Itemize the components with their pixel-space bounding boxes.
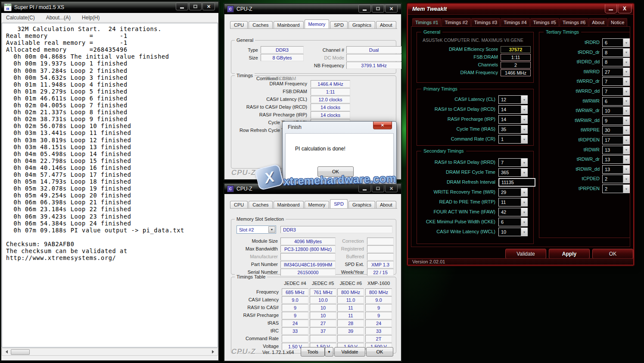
timing-select[interactable]: 13▼ [602,155,630,164]
timing-select[interactable]: 9▼ [602,116,630,125]
tools-dropdown-arrow-icon[interactable]: ▼ [325,347,333,357]
scroll-right-icon[interactable] [210,348,218,355]
timing-select[interactable]: 8▼ [602,58,630,66]
scroll-left-icon[interactable] [2,348,9,355]
tab[interactable]: SPD [330,199,348,208]
dropdown-arrow-icon[interactable]: ▼ [623,166,629,173]
timing-select[interactable]: 7▼ [498,158,528,167]
tab[interactable]: Caches [249,21,272,28]
dropdown-arrow-icon[interactable]: ▼ [521,116,527,123]
close-button[interactable]: ✕ [385,5,398,13]
minimize-button[interactable] [176,3,188,10]
dropdown-arrow-icon[interactable]: ▼ [623,58,629,66]
timing-select[interactable]: 7▼ [602,87,630,96]
tab[interactable]: Graphics [348,21,375,28]
dropdown-arrow-icon[interactable]: ▼ [521,96,527,103]
dropdown-arrow-icon[interactable]: ▼ [623,156,629,163]
timing-select[interactable]: 10▼ [602,106,630,115]
dropdown-arrow-icon[interactable]: ▼ [623,146,629,154]
dropdown-arrow-icon[interactable]: ▼ [268,226,275,233]
slot-select[interactable]: Slot #2 ▼ [236,225,276,234]
dropdown-arrow-icon[interactable]: ▼ [623,185,629,193]
timing-select[interactable]: 2▼ [602,175,630,183]
tab[interactable]: About [376,201,396,208]
memtweakit-titlebar[interactable]: Mem TweakIt X [408,4,633,15]
tab[interactable]: Mainboard [274,21,304,28]
tab[interactable]: Caches [249,201,272,208]
dropdown-arrow-icon[interactable]: ▼ [521,198,527,206]
dropdown-arrow-icon[interactable]: ▼ [521,218,527,226]
dropdown-arrow-icon[interactable]: ▼ [623,107,629,115]
ok-button[interactable]: OK [366,347,393,357]
timing-select[interactable]: 14▼ [498,105,528,114]
dropdown-arrow-icon[interactable]: ▼ [623,117,629,125]
menu-item[interactable]: About...(A) [46,15,71,21]
tab[interactable]: Memory [305,201,330,208]
tab[interactable]: Timings #6 [560,18,588,26]
dropdown-arrow-icon[interactable]: ▼ [521,159,527,166]
dropdown-arrow-icon[interactable]: ▼ [521,106,527,113]
tab[interactable]: Timings #1 [412,18,441,26]
timing-select[interactable]: 1▼ [498,135,528,144]
close-icon[interactable]: ✕ [373,122,392,129]
timing-select[interactable]: 6▼ [602,97,630,106]
timing-select[interactable]: 42▼ [498,208,528,216]
maximize-button[interactable] [189,3,202,10]
dropdown-arrow-icon[interactable]: ▼ [521,125,527,133]
close-button[interactable]: ✕ [385,185,398,192]
minimize-button[interactable] [358,5,371,13]
timing-select[interactable]: 30▼ [602,126,630,135]
scrollbar-thumb[interactable] [11,349,30,355]
tab[interactable]: SPD [330,21,348,28]
tab[interactable]: Memory [305,19,330,28]
dropdown-arrow-icon[interactable]: ▼ [623,88,629,95]
timing-select[interactable]: 14▼ [498,115,528,124]
dropdown-arrow-icon[interactable]: ▼ [623,78,629,85]
close-button[interactable]: X [618,4,632,13]
maximize-button[interactable] [372,5,384,13]
dropdown-arrow-icon[interactable]: ▼ [623,68,629,76]
dropdown-arrow-icon[interactable]: ▼ [623,49,629,56]
menu-item[interactable]: Calculate(C) [6,15,35,21]
menu-item[interactable]: Help(H) [82,15,100,21]
timing-select[interactable]: 365▼ [498,168,528,177]
timing-select[interactable]: 29▼ [498,188,528,197]
timing-select[interactable]: 6▼ [498,218,528,226]
timing-select[interactable]: 7▼ [602,77,630,86]
tab[interactable]: About [589,18,607,26]
dropdown-arrow-icon[interactable]: ▼ [521,188,527,196]
timing-select[interactable]: 11▼ [498,198,528,207]
timing-select[interactable]: 10▼ [498,228,528,236]
tab[interactable]: Mainboard [274,201,304,208]
tab[interactable]: Timings #4 [501,18,529,26]
timing-select[interactable]: 17▼ [602,136,630,144]
tab[interactable]: Timings #3 [471,18,500,26]
tab[interactable]: CPU [230,21,248,28]
dropdown-arrow-icon[interactable]: ▼ [521,208,527,216]
timing-select[interactable]: 27▼ [602,68,630,76]
dropdown-arrow-icon[interactable]: ▼ [623,97,629,105]
validate-button[interactable]: Validate [505,249,546,259]
validate-button[interactable]: Validate [334,347,365,357]
tab[interactable]: About [376,21,396,28]
apply-button[interactable]: Apply [549,249,590,259]
horizontal-scrollbar[interactable] [2,348,218,356]
tab[interactable]: Notice [608,18,627,26]
superpi-titlebar[interactable]: SUPERπ Super PI / mod1.5 XS ✕ [1,2,218,13]
timing-select[interactable]: 35▼ [498,125,528,134]
dropdown-arrow-icon[interactable]: ▼ [623,175,629,183]
dropdown-arrow-icon[interactable]: ▼ [623,126,629,134]
dropdown-arrow-icon[interactable]: ▼ [521,169,527,176]
dropdown-arrow-icon[interactable]: ▼ [623,39,629,47]
tab[interactable]: Timings #5 [530,18,559,26]
dropdown-arrow-icon[interactable]: ▼ [521,228,527,236]
cpuz-titlebar[interactable]: C CPU-Z ✕ [224,4,401,14]
ok-button[interactable]: OK [592,249,633,259]
close-button[interactable]: ✕ [202,3,215,10]
tab[interactable]: Timings #2 [442,18,470,26]
tab[interactable]: CPU [230,201,248,208]
tools-button[interactable]: Tools [301,347,325,357]
timing-select[interactable]: 12▼ [498,95,528,104]
timing-select[interactable]: 6▼ [602,38,630,47]
timing-select[interactable]: 13▼ [602,165,630,174]
